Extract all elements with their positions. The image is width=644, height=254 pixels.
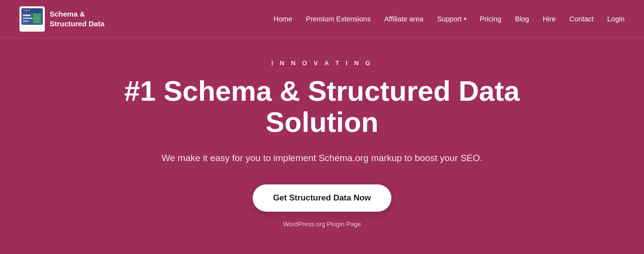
hero-subtitle: We make it easy for you to implement Sch… <box>162 151 483 165</box>
hero-title: #1 Schema & Structured Data Solution <box>103 75 541 138</box>
svg-rect-7 <box>23 18 33 19</box>
header: Schema & Structured Data Home Premium Ex… <box>0 0 644 38</box>
svg-rect-10 <box>21 27 43 30</box>
nav-item-pricing[interactable]: Pricing <box>480 15 501 23</box>
hero-tagline: I N N O V A T I N G <box>271 59 372 67</box>
logo-area[interactable]: Schema & Structured Data <box>19 6 105 32</box>
svg-point-3 <box>24 10 25 11</box>
support-dropdown-icon: ▾ <box>464 16 466 21</box>
hero-section: I N N O V A T I N G #1 Schema & Structur… <box>0 38 644 254</box>
svg-rect-6 <box>23 15 31 16</box>
logo-text: Schema & Structured Data <box>50 9 105 28</box>
nav-item-affiliate[interactable]: Affiliate area <box>384 15 423 23</box>
page-wrapper: Schema & Structured Data Home Premium Ex… <box>0 0 644 254</box>
svg-point-4 <box>26 10 28 11</box>
main-nav: Home Premium Extensions Affiliate area S… <box>274 15 625 23</box>
logo-icon <box>19 6 45 32</box>
nav-item-hire[interactable]: Hire <box>543 15 556 23</box>
cta-button[interactable]: Get Structured Data Now <box>253 184 391 212</box>
nav-item-premium[interactable]: Premium Extensions <box>306 15 370 23</box>
svg-point-5 <box>29 10 30 11</box>
nav-item-home[interactable]: Home <box>274 15 293 23</box>
nav-item-support[interactable]: Support ▾ <box>437 15 466 23</box>
wordpress-plugin-link[interactable]: WordPress.org Plugin Page <box>283 220 361 228</box>
nav-item-blog[interactable]: Blog <box>515 15 529 23</box>
nav-item-contact[interactable]: Contact <box>570 15 594 23</box>
svg-rect-9 <box>33 14 41 23</box>
svg-rect-8 <box>23 20 29 22</box>
nav-item-login[interactable]: Login <box>607 15 625 23</box>
